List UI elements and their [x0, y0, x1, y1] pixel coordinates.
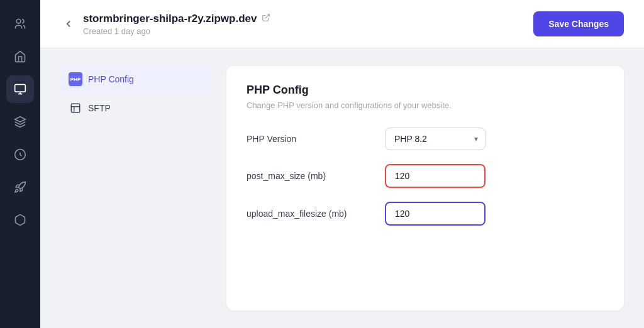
upload-max-filesize-row: upload_max_filesize (mb)	[247, 202, 604, 226]
main-content: stormbringer-shilpa-r2y.zipwp.dev Create…	[40, 0, 644, 328]
save-changes-button[interactable]: Save Changes	[533, 11, 624, 36]
nav-item-sftp[interactable]: SFTP	[60, 95, 211, 121]
sidebar-item-users[interactable]	[6, 10, 34, 38]
sftp-icon	[69, 102, 82, 114]
sidebar-item-wordpress[interactable]	[6, 141, 34, 168]
right-panel: PHP Config Change PHP version and config…	[226, 66, 624, 310]
svg-point-0	[16, 19, 21, 24]
svg-rect-1	[15, 85, 26, 92]
sidebar-item-rocket[interactable]	[6, 173, 34, 201]
php-config-icon: PHP	[69, 73, 82, 85]
panel-description: Change PHP version and configurations of…	[247, 101, 604, 110]
php-version-select-wrapper: PHP 7.4 PHP 8.0 PHP 8.1 PHP 8.2 PHP 8.3 …	[385, 128, 486, 150]
nav-item-php-config-label: PHP Config	[88, 74, 134, 84]
post-max-size-input[interactable]	[385, 164, 486, 188]
sidebar-item-layers[interactable]	[6, 108, 34, 136]
sidebar-item-cube[interactable]	[6, 206, 34, 234]
site-name-text: stormbringer-shilpa-r2y.zipwp.dev	[83, 13, 257, 25]
php-version-row: PHP Version PHP 7.4 PHP 8.0 PHP 8.1 PHP …	[247, 128, 604, 150]
site-created-label: Created 1 day ago	[83, 26, 270, 36]
post-max-size-label: post_max_size (mb)	[247, 171, 385, 181]
back-button[interactable]	[60, 16, 77, 32]
site-info: stormbringer-shilpa-r2y.zipwp.dev Create…	[83, 13, 270, 36]
upload-max-filesize-wrapper	[385, 202, 486, 226]
post-max-size-wrapper	[385, 164, 486, 188]
external-link-icon[interactable]	[262, 13, 270, 25]
nav-item-sftp-label: SFTP	[88, 103, 111, 113]
php-version-label: PHP Version	[247, 134, 385, 144]
svg-marker-4	[15, 117, 26, 122]
panel-title: PHP Config	[247, 84, 604, 97]
post-max-size-row: post_max_size (mb)	[247, 164, 604, 188]
php-version-select[interactable]: PHP 7.4 PHP 8.0 PHP 8.1 PHP 8.2 PHP 8.3	[385, 128, 486, 150]
upload-max-filesize-label: upload_max_filesize (mb)	[247, 209, 385, 219]
sidebar-item-home[interactable]	[6, 43, 34, 70]
upload-max-filesize-input[interactable]	[385, 202, 486, 226]
sidebar	[0, 0, 40, 328]
sidebar-item-box[interactable]	[6, 75, 34, 103]
site-title: stormbringer-shilpa-r2y.zipwp.dev	[83, 13, 270, 25]
header: stormbringer-shilpa-r2y.zipwp.dev Create…	[40, 0, 644, 48]
left-nav-panel: PHP PHP Config SFTP	[60, 66, 211, 310]
nav-item-php-config[interactable]: PHP PHP Config	[60, 66, 211, 92]
header-left: stormbringer-shilpa-r2y.zipwp.dev Create…	[60, 13, 270, 36]
content-area: PHP PHP Config SFTP PHP Config Change PH…	[40, 48, 644, 328]
svg-rect-7	[71, 104, 80, 112]
svg-line-6	[265, 14, 269, 18]
